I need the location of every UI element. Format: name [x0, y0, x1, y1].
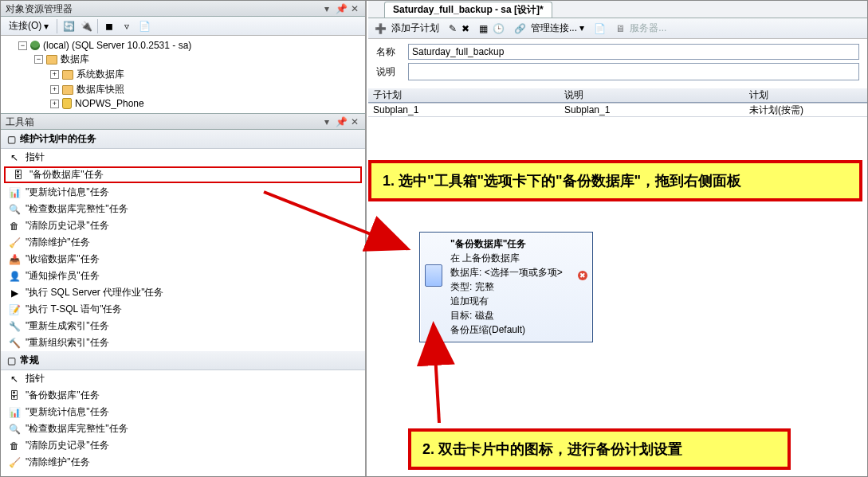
database-icon	[62, 98, 72, 109]
toolbox-item-icon: 🔍	[8, 203, 21, 216]
collapse-icon[interactable]: ▢	[7, 134, 15, 145]
toolbox-item-icon: ↖	[8, 373, 21, 385]
toolbox-item[interactable]: 🔍"检查数据库完整性"任务	[1, 201, 365, 217]
tree-root[interactable]: − (local) (SQL Server 10.0.2531 - sa)	[6, 39, 360, 52]
desc-label: 说明	[376, 65, 408, 79]
servers-icon[interactable]: 🖥	[615, 23, 625, 34]
toolbox-item[interactable]: 📝"执行 T-SQL 语句"任务	[1, 301, 365, 318]
expand-icon[interactable]: +	[50, 100, 59, 108]
grid-col-schedule[interactable]: 计划	[744, 88, 867, 103]
toolbox-item[interactable]: 🗄"备份数据库"任务	[4, 166, 362, 183]
grid-col-desc[interactable]: 说明	[560, 88, 744, 103]
expand-icon[interactable]: +	[50, 85, 59, 94]
toolbox-item[interactable]: ▶"执行 SQL Server 代理作业"任务	[1, 284, 365, 301]
desc-input[interactable]	[408, 63, 859, 80]
toolbox-item[interactable]: 🗑"清除历史记录"任务	[1, 437, 365, 454]
toolbox-item-label: "清除历史记录"任务	[26, 219, 109, 233]
schedule-icon[interactable]: 🕒	[493, 23, 505, 34]
toolbox-item[interactable]: 📊"更新统计信息"任务	[1, 184, 365, 201]
toolbox-item-icon: 🧹	[8, 237, 21, 249]
toolbox-item-label: 指针	[26, 151, 45, 164]
grid-col-subplan[interactable]: 子计划	[368, 88, 560, 103]
design-surface[interactable]: 1. 选中"工具箱"选项卡下的"备份数据库"，拖到右侧面板 ✖ "备份数据库"任…	[368, 120, 867, 476]
expand-icon[interactable]: −	[18, 41, 27, 50]
toolbox-item-icon: 🗑	[8, 440, 21, 452]
toolbox-item[interactable]: 👤"通知操作员"任务	[1, 268, 365, 284]
toolbox-item[interactable]: 🔍"检查数据库完整性"任务	[1, 420, 365, 437]
close-icon[interactable]: ✕	[349, 1, 360, 17]
toolbox-item-label: "检查数据库完整性"任务	[26, 202, 128, 216]
toolbox-group-general[interactable]: ▢ 常规	[1, 351, 365, 370]
backup-task-card[interactable]: ✖ "备份数据库"任务 在 上备份数据库 数据库: <选择一项或多项> 类型: …	[419, 232, 593, 342]
connect-dropdown[interactable]: 连接(O) ▾	[6, 18, 52, 34]
toolbox-item[interactable]: 🔨"重新组织索引"任务	[1, 334, 365, 351]
folder-icon	[46, 55, 57, 65]
toolbox-item-label: "清除维护"任务	[26, 236, 90, 249]
toolbox-item[interactable]: ↖指针	[1, 149, 365, 166]
grid-icon[interactable]: ▦	[479, 23, 488, 34]
expand-icon[interactable]: +	[50, 70, 59, 79]
object-explorer-toolbar: 连接(O) ▾ 🔄 🔌 ◼ ▿ 📄	[1, 17, 365, 36]
dropdown-arrow-icon[interactable]: ▾	[321, 114, 332, 130]
edit-icon[interactable]: ✎	[449, 23, 457, 34]
dropdown-arrow-icon[interactable]: ▾	[321, 1, 332, 17]
report-icon[interactable]: 📄	[594, 23, 606, 34]
designer-toolbar: ➕ 添加子计划 ✎ ✖ ▦ 🕒 🔗 管理连接... ▾ 📄 🖥 服务器...	[368, 18, 867, 39]
toolbox-item-label: "备份数据库"任务	[29, 168, 104, 182]
task-card-title: "备份数据库"任务	[450, 237, 586, 251]
toolbox-item-icon: 🗄	[12, 169, 25, 182]
toolbox-item-label: "重新生成索引"任务	[26, 319, 109, 333]
toolbox-item-label: "执行 SQL Server 代理作业"任务	[26, 286, 163, 299]
toolbox-item[interactable]: 📊"更新统计信息"任务	[1, 404, 365, 420]
collapse-icon[interactable]: ▢	[7, 355, 15, 366]
servers-button[interactable]: 服务器...	[630, 22, 666, 35]
toolbox-item-icon: 📥	[8, 253, 21, 266]
toolbox-item-icon: ▶	[8, 287, 21, 299]
toolbox-item[interactable]: 📥"收缩数据库"任务	[1, 251, 365, 268]
designer-tab[interactable]: Saturday_full_backup - sa [设计]*	[384, 2, 552, 18]
tree-sysdb[interactable]: + 系统数据库	[6, 67, 360, 82]
toolbox-item-label: "执行 T-SQL 语句"任务	[26, 303, 122, 316]
toolbox-item[interactable]: ↖指针	[1, 370, 365, 387]
pin-icon[interactable]: 📌	[336, 114, 347, 130]
add-subplan-button[interactable]: 添加子计划	[391, 22, 439, 35]
toolbox-tasks-list: ↖指针🗄"备份数据库"任务📊"更新统计信息"任务🔍"检查数据库完整性"任务🗑"清…	[1, 149, 365, 351]
tree-databases[interactable]: − 数据库	[6, 52, 360, 67]
grid-row[interactable]: Subplan_1 Subplan_1 未计划(按需)	[368, 103, 867, 117]
toolbox-group-tasks[interactable]: ▢ 维护计划中的任务	[1, 130, 365, 149]
name-input[interactable]	[408, 44, 859, 60]
server-icon	[30, 41, 40, 50]
subplan-grid: 子计划 说明 计划 Subplan_1 Subplan_1 未计划(按需)	[368, 88, 867, 117]
manage-connection-button[interactable]: 管理连接... ▾	[531, 22, 584, 35]
toolbox-item-label: "清除历史记录"任务	[26, 439, 109, 452]
tree-snapshot[interactable]: + 数据库快照	[6, 82, 360, 97]
toolbox-item[interactable]: 🧹"清除维护"任务	[1, 234, 365, 251]
toolbox-item-icon: 📊	[8, 406, 21, 419]
toolbox-item-label: "重新组织索引"任务	[26, 336, 109, 350]
toolbox-item[interactable]: 🔧"重新生成索引"任务	[1, 318, 365, 334]
backup-task-icon[interactable]	[425, 264, 442, 287]
toolbox-title: 工具箱	[6, 114, 34, 130]
toolbox-item-icon: 🔧	[8, 320, 21, 333]
pin-icon[interactable]: 📌	[336, 1, 347, 17]
add-subplan-icon[interactable]: ➕	[375, 23, 387, 34]
delete-icon[interactable]: ✖	[461, 23, 469, 34]
designer-tabstrip: Saturday_full_backup - sa [设计]*	[368, 1, 867, 18]
stop-icon[interactable]: ◼	[103, 20, 116, 33]
toolbox-item-label: "收缩数据库"任务	[26, 252, 100, 266]
connection-icon[interactable]: 🔗	[514, 23, 526, 34]
toolbox-item[interactable]: 🗑"清除历史记录"任务	[1, 217, 365, 234]
filter-icon[interactable]: ▿	[120, 20, 133, 33]
tree-userdb[interactable]: + NOPWS_Phone	[6, 97, 360, 110]
toolbox-item[interactable]: 🗄"备份数据库"任务	[1, 387, 365, 404]
report-icon[interactable]: 📄	[138, 20, 151, 33]
expand-icon[interactable]: −	[34, 55, 43, 64]
object-explorer-tree[interactable]: − (local) (SQL Server 10.0.2531 - sa) − …	[1, 36, 365, 113]
toolbox-item-icon: 🔨	[8, 337, 21, 350]
toolbox-item[interactable]: 🧹"清除维护"任务	[1, 454, 365, 471]
disconnect-icon[interactable]: 🔌	[80, 20, 92, 33]
folder-icon	[62, 70, 73, 80]
toolbox-item-icon: 📝	[8, 303, 21, 316]
close-icon[interactable]: ✕	[349, 114, 360, 130]
refresh-icon[interactable]: 🔄	[62, 20, 75, 33]
